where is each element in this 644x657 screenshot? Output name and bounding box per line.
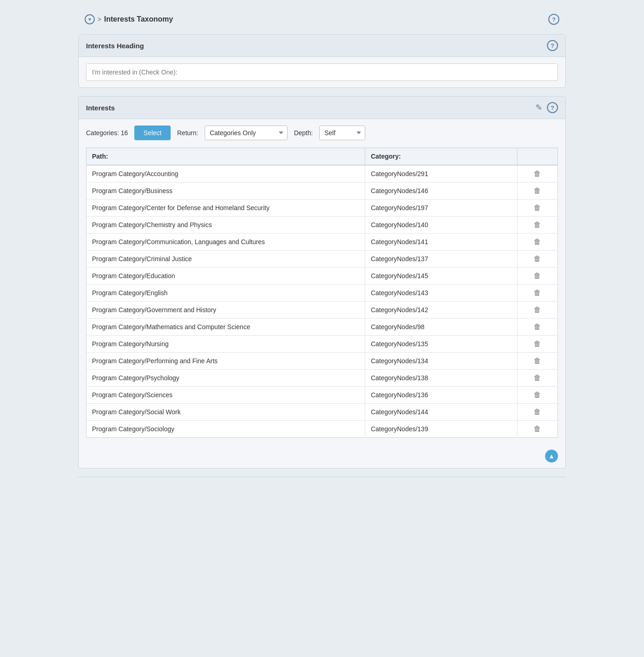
categories-count: Categories: 16 bbox=[86, 129, 128, 137]
interests-table: Path: Category: Program Category/Account… bbox=[86, 148, 558, 438]
row-delete-cell: 🗑 bbox=[517, 421, 558, 438]
row-path: Program Category/Education bbox=[86, 268, 365, 285]
delete-icon[interactable]: 🗑 bbox=[534, 272, 541, 280]
page-container: ▾ > Interests Taxonomy ? Interests Headi… bbox=[78, 9, 566, 477]
delete-icon[interactable]: 🗑 bbox=[534, 357, 541, 365]
delete-icon[interactable]: 🗑 bbox=[534, 221, 541, 229]
table-row: Program Category/Education CategoryNodes… bbox=[86, 268, 558, 285]
delete-icon[interactable]: 🗑 bbox=[534, 255, 541, 263]
interests-controls: Categories: 16 Select Return: Categories… bbox=[86, 126, 558, 140]
row-path: Program Category/Mathematics and Compute… bbox=[86, 319, 365, 336]
table-header-row: Path: Category: bbox=[86, 148, 558, 166]
delete-icon[interactable]: 🗑 bbox=[534, 204, 541, 212]
row-category: CategoryNodes/143 bbox=[365, 285, 518, 302]
delete-icon[interactable]: 🗑 bbox=[534, 187, 541, 195]
row-category: CategoryNodes/140 bbox=[365, 217, 518, 234]
row-path: Program Category/Nursing bbox=[86, 336, 365, 353]
col-header-action bbox=[517, 148, 558, 166]
interests-card-title: Interests bbox=[86, 104, 115, 112]
row-path: Program Category/Business bbox=[86, 183, 365, 200]
table-row: Program Category/Criminal Justice Catego… bbox=[86, 251, 558, 268]
delete-icon[interactable]: 🗑 bbox=[534, 340, 541, 348]
row-delete-cell: 🗑 bbox=[517, 268, 558, 285]
table-row: Program Category/Center for Defense and … bbox=[86, 200, 558, 217]
row-path: Program Category/Social Work bbox=[86, 404, 365, 421]
table-row: Program Category/Nursing CategoryNodes/1… bbox=[86, 336, 558, 353]
row-path: Program Category/Criminal Justice bbox=[86, 251, 365, 268]
row-category: CategoryNodes/144 bbox=[365, 404, 518, 421]
table-row: Program Category/Psychology CategoryNode… bbox=[86, 370, 558, 387]
delete-icon[interactable]: 🗑 bbox=[534, 323, 541, 331]
delete-icon[interactable]: 🗑 bbox=[534, 289, 541, 297]
interests-help-icon[interactable]: ? bbox=[547, 102, 558, 113]
row-category: CategoryNodes/138 bbox=[365, 370, 518, 387]
table-row: Program Category/Social Work CategoryNod… bbox=[86, 404, 558, 421]
depth-dropdown[interactable]: Self123All bbox=[319, 126, 365, 140]
breadcrumb-arrow: > bbox=[98, 16, 101, 23]
interests-card-header: Interests ✎ ? bbox=[79, 97, 565, 119]
interests-card: Interests ✎ ? Categories: 16 Select Retu… bbox=[78, 96, 566, 468]
row-path: Program Category/Performing and Fine Art… bbox=[86, 353, 365, 370]
interests-table-body: Program Category/Accounting CategoryNode… bbox=[86, 165, 558, 438]
page-title: Interests Taxonomy bbox=[104, 15, 173, 23]
row-delete-cell: 🗑 bbox=[517, 387, 558, 404]
row-path: Program Category/Accounting bbox=[86, 165, 365, 183]
interests-heading-input[interactable] bbox=[86, 63, 558, 81]
row-category: CategoryNodes/139 bbox=[365, 421, 518, 438]
row-delete-cell: 🗑 bbox=[517, 336, 558, 353]
table-row: Program Category/Communication, Language… bbox=[86, 234, 558, 251]
row-category: CategoryNodes/134 bbox=[365, 353, 518, 370]
row-delete-cell: 🗑 bbox=[517, 165, 558, 183]
edit-icon[interactable]: ✎ bbox=[535, 103, 542, 113]
delete-icon[interactable]: 🗑 bbox=[534, 374, 541, 382]
delete-icon[interactable]: 🗑 bbox=[534, 408, 541, 416]
row-delete-cell: 🗑 bbox=[517, 217, 558, 234]
delete-icon[interactable]: 🗑 bbox=[534, 391, 541, 399]
row-path: Program Category/Sociology bbox=[86, 421, 365, 438]
row-category: CategoryNodes/141 bbox=[365, 234, 518, 251]
bottom-divider bbox=[78, 477, 566, 477]
row-category: CategoryNodes/136 bbox=[365, 387, 518, 404]
header-help-icon[interactable]: ? bbox=[548, 14, 559, 25]
table-row: Program Category/English CategoryNodes/1… bbox=[86, 285, 558, 302]
interests-heading-card-header: Interests Heading ? bbox=[79, 34, 565, 57]
row-delete-cell: 🗑 bbox=[517, 285, 558, 302]
row-path: Program Category/Chemistry and Physics bbox=[86, 217, 365, 234]
return-label: Return: bbox=[177, 129, 198, 137]
interests-card-body: Categories: 16 Select Return: Categories… bbox=[79, 119, 565, 444]
table-row: Program Category/Business CategoryNodes/… bbox=[86, 183, 558, 200]
delete-icon[interactable]: 🗑 bbox=[534, 170, 541, 178]
interests-heading-title: Interests Heading bbox=[86, 42, 144, 50]
scroll-up-button[interactable]: ▲ bbox=[545, 450, 558, 463]
interests-heading-help-icon[interactable]: ? bbox=[547, 40, 558, 51]
return-dropdown[interactable]: Categories OnlyCategories and ItemsItems… bbox=[205, 126, 288, 140]
row-path: Program Category/Center for Defense and … bbox=[86, 200, 365, 217]
row-category: CategoryNodes/142 bbox=[365, 302, 518, 319]
table-row: Program Category/Performing and Fine Art… bbox=[86, 353, 558, 370]
row-path: Program Category/Communication, Language… bbox=[86, 234, 365, 251]
table-row: Program Category/Sciences CategoryNodes/… bbox=[86, 387, 558, 404]
delete-icon[interactable]: 🗑 bbox=[534, 425, 541, 433]
col-header-category: Category: bbox=[365, 148, 518, 166]
interests-heading-card-body bbox=[79, 57, 565, 87]
col-header-path: Path: bbox=[86, 148, 365, 166]
row-path: Program Category/Government and History bbox=[86, 302, 365, 319]
top-header: ▾ > Interests Taxonomy ? bbox=[78, 9, 566, 29]
table-row: Program Category/Mathematics and Compute… bbox=[86, 319, 558, 336]
table-row: Program Category/Chemistry and Physics C… bbox=[86, 217, 558, 234]
interests-card-header-icons: ✎ ? bbox=[535, 102, 558, 113]
delete-icon[interactable]: 🗑 bbox=[534, 238, 541, 246]
chevron-icon[interactable]: ▾ bbox=[85, 14, 95, 24]
row-category: CategoryNodes/146 bbox=[365, 183, 518, 200]
row-delete-cell: 🗑 bbox=[517, 353, 558, 370]
row-delete-cell: 🗑 bbox=[517, 302, 558, 319]
row-delete-cell: 🗑 bbox=[517, 234, 558, 251]
table-row: Program Category/Sociology CategoryNodes… bbox=[86, 421, 558, 438]
row-path: Program Category/Sciences bbox=[86, 387, 365, 404]
top-header-left: ▾ > Interests Taxonomy bbox=[85, 14, 173, 24]
table-row: Program Category/Government and History … bbox=[86, 302, 558, 319]
delete-icon[interactable]: 🗑 bbox=[534, 306, 541, 314]
row-category: CategoryNodes/291 bbox=[365, 165, 518, 183]
select-button[interactable]: Select bbox=[134, 126, 171, 140]
row-delete-cell: 🗑 bbox=[517, 404, 558, 421]
